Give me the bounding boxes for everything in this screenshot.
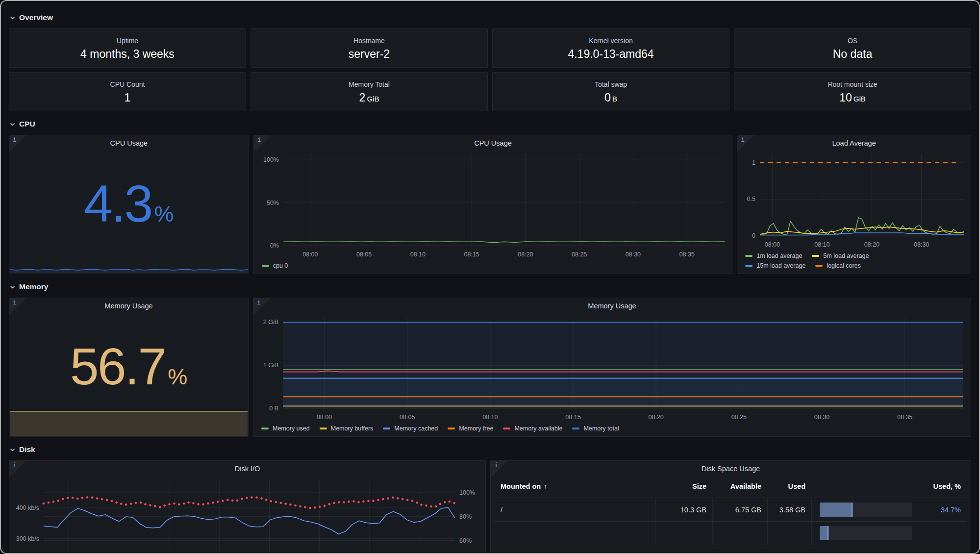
chevron-down-icon <box>10 284 15 290</box>
column-header-available[interactable]: Available <box>712 475 767 498</box>
section-header-memory[interactable]: Memory <box>10 282 970 291</box>
column-header-mounted-on[interactable]: Mounted on↑ <box>495 475 655 498</box>
stat-tile-number: 2 <box>359 91 366 104</box>
stat-tile-root-mount-size[interactable]: Root mount size10GiB <box>734 72 971 111</box>
stat-value: 4.3 <box>84 177 151 229</box>
memory-row: i Memory Usage 56.7 % i Memory Usage 08:… <box>9 298 971 437</box>
info-icon[interactable]: i <box>13 299 17 306</box>
stat-value: 56.7 <box>70 340 165 392</box>
disk-space-usage-panel: i Disk Space Usage Mounted on↑SizeAvaila… <box>490 460 971 554</box>
section-header-disk[interactable]: Disk <box>10 445 970 454</box>
legend-item[interactable]: Memory used <box>261 425 310 432</box>
stat-tile-number: server-2 <box>349 48 390 60</box>
column-header-used[interactable]: Used <box>767 475 811 498</box>
disk-io-chart[interactable]: 08:0008:0508:1008:1508:2008:2508:3008:35… <box>9 474 485 554</box>
legend-item[interactable]: Memory buffers <box>320 425 374 432</box>
legend-swatch <box>572 428 579 429</box>
svg-text:1 GiB: 1 GiB <box>263 362 278 369</box>
legend-label: 15m load average <box>756 262 805 269</box>
cell-used-bar <box>811 522 920 545</box>
legend-label: Memory free <box>459 425 493 432</box>
memory-usage-chart[interactable]: 08:0008:0508:1008:1508:2008:2508:3008:35… <box>253 311 971 425</box>
info-icon[interactable]: i <box>13 461 17 469</box>
section-header-cpu[interactable]: CPU <box>10 120 970 128</box>
memory-usage-legend: Memory usedMemory buffersMemory cachedMe… <box>253 425 971 436</box>
svg-text:80%: 80% <box>459 513 472 520</box>
svg-text:08:15: 08:15 <box>464 251 479 258</box>
window-frame: Overview Uptime4 months, 3 weeksHostname… <box>0 0 980 554</box>
legend-item[interactable]: 1m load average <box>745 252 802 259</box>
svg-text:08:10: 08:10 <box>482 414 498 421</box>
panel-corner: i <box>254 135 271 152</box>
legend-row: 1m load average5m load average <box>745 252 966 259</box>
legend-item[interactable]: 15m load average <box>745 262 805 269</box>
legend-label: Memory total <box>583 425 619 432</box>
cpu-usage-value-wrap: 4.3 % <box>9 148 249 274</box>
stat-tile-number: 0 <box>604 91 611 104</box>
legend-swatch <box>745 265 753 267</box>
panel-title[interactable]: Memory Usage <box>9 298 248 311</box>
svg-text:50%: 50% <box>267 200 279 206</box>
panel-title[interactable]: CPU Usage <box>9 135 249 148</box>
panel-title[interactable]: Disk I/O <box>9 461 485 474</box>
legend-item[interactable]: cpu 0 <box>262 262 288 269</box>
info-icon[interactable]: i <box>741 136 745 143</box>
cpu-usage-stat-panel: i CPU Usage 4.3 % <box>9 135 249 274</box>
disk-row: i Disk I/O 08:0008:0508:1008:1508:2008:2… <box>9 460 971 554</box>
svg-text:08:00: 08:00 <box>765 241 780 248</box>
legend-label: 5m load average <box>823 252 869 259</box>
legend-item[interactable]: Memory available <box>503 425 562 432</box>
svg-text:08:20: 08:20 <box>864 241 879 248</box>
info-icon[interactable]: i <box>13 136 17 143</box>
svg-text:2 GiB: 2 GiB <box>263 319 278 326</box>
memory-usage-chart-panel: i Memory Usage 08:0008:0508:1008:1508:20… <box>253 298 971 437</box>
usage-bar-fill <box>820 503 853 517</box>
legend-item[interactable]: Memory total <box>572 425 619 432</box>
stat-tile-kernel-version[interactable]: Kernel version4.19.0-13-amd64 <box>492 28 729 68</box>
stat-tile-cpu-count[interactable]: CPU Count1 <box>9 72 246 111</box>
stat-tile-total-swap[interactable]: Total swap0B <box>492 72 729 111</box>
panel-corner: i <box>9 135 26 152</box>
memory-sparkline <box>10 409 248 436</box>
panel-title[interactable]: Load Average <box>737 135 971 148</box>
stat-tile-number: 4 months, 3 weeks <box>80 48 175 60</box>
stat-tile-uptime[interactable]: Uptime4 months, 3 weeks <box>9 28 246 68</box>
legend-swatch <box>448 428 455 429</box>
svg-text:400 kb/s: 400 kb/s <box>16 504 39 511</box>
section-label: CPU <box>19 120 35 128</box>
svg-text:08:10: 08:10 <box>814 241 829 248</box>
legend-row: Memory usedMemory buffersMemory cachedMe… <box>261 425 966 432</box>
panel-title[interactable]: CPU Usage <box>254 135 732 148</box>
svg-text:100%: 100% <box>459 489 475 496</box>
section-header-overview[interactable]: Overview <box>10 13 970 22</box>
svg-text:08:10: 08:10 <box>410 251 425 258</box>
legend-swatch <box>745 255 753 257</box>
legend-item[interactable]: Memory cached <box>383 425 438 432</box>
dashboard-page: Overview Uptime4 months, 3 weeksHostname… <box>1 1 979 554</box>
stat-tile-memory-total[interactable]: Memory Total2GiB <box>251 72 488 111</box>
legend-item[interactable]: 5m load average <box>812 252 869 259</box>
svg-text:300 kb/s: 300 kb/s <box>16 535 39 542</box>
info-icon[interactable]: i <box>257 299 261 306</box>
cpu-usage-big-value: 4.3 % <box>84 177 174 229</box>
stat-tile-os[interactable]: OSNo data <box>734 28 971 68</box>
stat-tile-number: 10 <box>839 91 852 104</box>
legend-item[interactable]: logical cores <box>815 262 860 269</box>
panel-title[interactable]: Memory Usage <box>253 298 971 311</box>
info-icon[interactable]: i <box>257 136 261 143</box>
column-header-used-[interactable]: Used, % <box>920 475 967 498</box>
info-icon[interactable]: i <box>494 461 498 469</box>
section-label: Overview <box>19 13 53 22</box>
load-average-chart[interactable]: 08:0008:1008:2008:3000.51 <box>737 148 971 252</box>
panel-title[interactable]: Disk Space Usage <box>491 461 971 474</box>
legend-item[interactable]: Memory free <box>448 425 493 432</box>
legend-swatch <box>262 265 269 267</box>
usage-bar-fill <box>820 526 829 540</box>
stat-tile-hostname[interactable]: Hostnameserver-2 <box>251 28 488 68</box>
legend-label: logical cores <box>827 262 860 269</box>
stat-tile-unit: GiB <box>854 95 866 103</box>
memory-usage-big-value: 56.7 % <box>70 340 187 392</box>
cpu-usage-chart[interactable]: 08:0008:0508:1008:1508:2008:2508:3008:35… <box>254 148 732 262</box>
column-header-size[interactable]: Size <box>655 475 712 498</box>
stat-tile-unit: GiB <box>367 95 379 103</box>
